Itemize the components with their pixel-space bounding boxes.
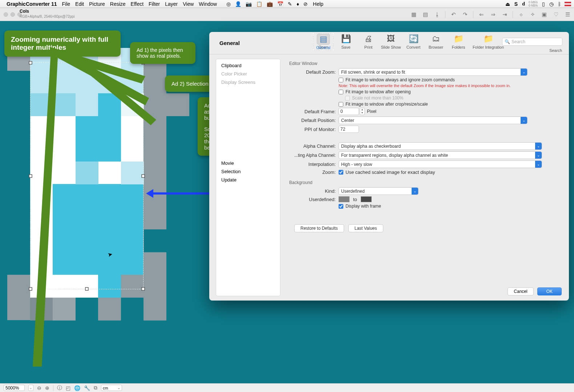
prefs-sidebar[interactable]: Clipboard Color Picker Display Screens M… [216,59,280,296]
traffic-lights[interactable] [4,12,22,17]
convert-icon: 🔄 [407,33,420,44]
prefs-search-input[interactable]: 🔍 Search Search [502,38,562,46]
wand-icon[interactable]: ✎ [288,1,292,7]
chevron-down-icon: ⌄ [535,152,542,159]
save-icon: 💾 [339,33,352,44]
menu-help[interactable]: Help [313,1,323,7]
document-title: Cols [20,9,29,14]
undo-icon[interactable]: ↶ [450,11,457,18]
battery-icon[interactable]: ▯ [542,1,545,7]
crop-icon[interactable]: ◰ [66,385,70,391]
fit-always-label: Fit image to window always and ignore zo… [345,77,455,82]
app-name[interactable]: GraphicConverter 11 [7,1,57,7]
camera-icon[interactable]: 📷 [246,1,252,7]
letter-s-icon[interactable]: S [514,1,518,7]
sidebar-item-movie[interactable]: Movie [216,159,280,167]
drawer-icon[interactable]: ☰ [564,11,571,18]
unit-select[interactable]: cm [101,385,122,391]
restore-defaults-button[interactable]: Restore to Defaults [294,224,344,232]
sidebar-item-clipboard[interactable]: Clipboard [216,61,280,70]
copy-icon[interactable]: ⧉ [94,385,97,391]
kind-select[interactable]: Userdefined⌄ [339,187,419,195]
zoom-in-icon[interactable]: ⊕ [45,385,49,391]
menu-layer[interactable]: Layer [165,1,178,7]
target-icon[interactable]: ◎ [226,1,231,7]
tab-folders[interactable]: 📁Folders [448,33,469,49]
nav-back-icon[interactable]: ⇐ [478,11,485,18]
ppi-input[interactable]: 72 [339,126,359,133]
menu-file[interactable]: File [62,1,70,7]
wrench-icon[interactable]: 🔧 [84,385,90,391]
default-frame-stepper[interactable]: ▲▼ [360,108,365,115]
menu-resize[interactable]: Resize [110,1,126,7]
redo-icon[interactable]: ↷ [461,11,469,18]
panel-icon[interactable]: ▦ [410,11,417,18]
cancel-button[interactable]: Cancel [508,287,533,295]
user-icon[interactable]: 👤 [235,1,241,7]
zoom-cache-checkbox[interactable] [339,170,343,175]
bluetooth-icon[interactable]: ᛒ [558,1,561,7]
swatch-from[interactable] [339,196,349,202]
fit-after-open-label: Fit image to window after opening [345,89,411,94]
zoom-dropdown-button[interactable]: ⌄ [28,385,33,391]
display-frame-label: Display with frame [345,204,381,209]
bulb-icon[interactable]: ♡ [552,11,559,18]
tab-save[interactable]: 💾Save [336,33,356,49]
fit-after-crop-checkbox[interactable] [339,102,343,107]
flag-austria-icon[interactable] [565,2,571,6]
tab-general[interactable]: ▤General [313,33,334,50]
tab-finder-integration[interactable]: 📁Folder Integration [471,33,506,49]
default-position-select[interactable]: Center⌄ [339,117,527,124]
editing-alpha-select[interactable]: For transparent regions, display alpha c… [339,151,542,159]
fx-icon[interactable]: ✧ [529,11,536,18]
sidebar-item-selection[interactable]: Selection [216,167,280,176]
globe-icon[interactable]: 🌐 [74,385,80,391]
tab-browser[interactable]: 🗂Browser [426,33,446,49]
default-frame-label: Default Frame: [291,109,336,114]
menu-picture[interactable]: Picture [89,1,105,7]
search-placeholder: Search [512,39,525,44]
tab-slideshow[interactable]: 🖼Slide Show [381,33,401,49]
interp-select[interactable]: High - very slow⌄ [339,160,542,168]
display-frame-checkbox[interactable] [339,204,343,209]
last-values-button[interactable]: Last Values [348,224,383,232]
scale-not-more-checkbox [345,96,350,101]
sidebar-item-display[interactable]: Display Screens [216,78,280,86]
menu-edit[interactable]: Edit [75,1,84,7]
swatch-to[interactable] [361,196,372,202]
briefcase-icon[interactable]: 💼 [267,1,273,7]
menu-window[interactable]: Window [199,1,217,7]
default-zoom-select[interactable]: Fill screen, shrink or expand to fit⌄ [339,68,527,76]
default-frame-input[interactable]: 0 [339,108,359,115]
alpha-select[interactable]: Display alpha as checkerboard⌄ [339,142,542,150]
menu-effect[interactable]: Effect [131,1,144,7]
menu-filter[interactable]: Filter [149,1,160,7]
sidebar-item-colorpicker[interactable]: Color Picker [216,70,280,78]
editing-alpha-label: ...ting Alpha Channel: [291,153,336,158]
clock-icon[interactable]: ◷ [549,1,554,7]
nav-end-icon[interactable]: ⇥ [501,11,508,18]
cloud-icon[interactable]: ⏏ [505,1,510,7]
alpha-label: Alpha Channel: [291,143,336,149]
fit-after-open-checkbox[interactable] [339,90,343,94]
zoom-out-icon[interactable]: ⊖ [37,385,41,391]
tab-convert[interactable]: 🔄Convert [403,33,424,49]
diamond-icon[interactable]: ♦ [296,1,299,7]
adjust-icon[interactable]: ⟐ [517,11,525,18]
image-icon[interactable]: ▣ [541,11,548,18]
sidebar-item-update[interactable]: Update [216,176,280,184]
nosign-icon[interactable]: ⊘ [303,1,308,7]
info-icon[interactable]: ⓘ [57,385,62,391]
download-icon[interactable]: ⭳ [433,11,441,18]
menu-view[interactable]: View [183,1,194,7]
fit-always-checkbox[interactable] [339,78,343,82]
letter-d-icon[interactable]: d [522,1,525,7]
zoom-field[interactable]: 5000% [4,385,25,391]
clipboard-icon[interactable]: 📋 [256,1,262,7]
selection-marquee[interactable] [30,62,144,289]
nav-fwd-icon[interactable]: ⇒ [489,11,497,18]
tab-print[interactable]: 🖨Print [358,33,379,49]
calendar-icon[interactable]: 📅 [277,1,283,7]
panel2-icon[interactable]: ▤ [422,11,429,18]
ok-button[interactable]: OK [537,287,562,295]
